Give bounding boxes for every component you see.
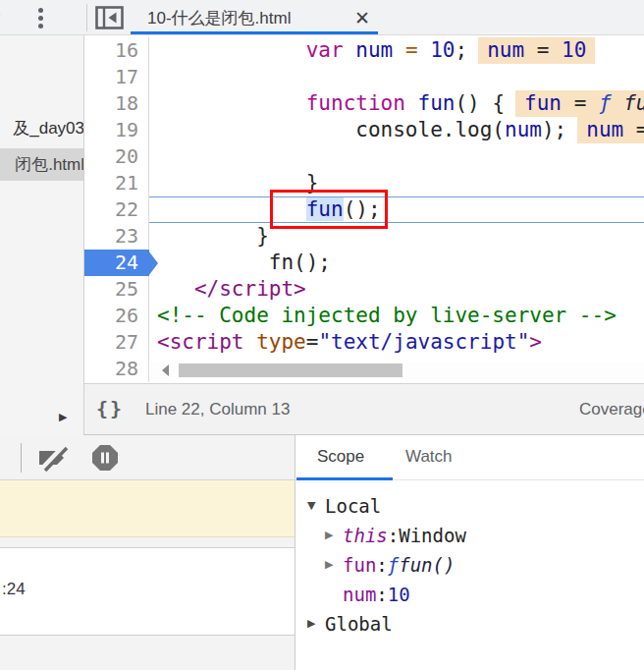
code-line-content[interactable]: <script type="text/javascript"> (149, 329, 644, 356)
source-tab-item[interactable]: 10-什么是闭包.html ✕ (131, 0, 378, 35)
file-navigator: 及_day03闭包.html ▶ (0, 35, 84, 435)
collapsed-arrow-icon[interactable]: ▶ (307, 609, 325, 639)
line-number[interactable]: 22 (84, 196, 149, 223)
file-tree-item[interactable]: 闭包.html (0, 148, 84, 181)
code-line: 22 fun(); (84, 196, 644, 223)
debugger-left-pane: :24 (0, 435, 295, 670)
expanded-arrow-icon[interactable]: ▼ (307, 491, 325, 521)
pretty-print-icon[interactable]: {} (96, 397, 124, 420)
scope-pane: ScopeWatch ▼Local▶this: Window▶fun: ƒ fu… (295, 435, 644, 670)
code-line: 20 (84, 143, 644, 170)
code-line: 27<script type="text/javascript"> (84, 329, 644, 356)
code-editor[interactable]: 16 var num = 10;num = 101718 function fu… (84, 35, 644, 383)
code-lines: 16 var num = 10;num = 101718 function fu… (84, 37, 644, 382)
scope-pane-tabs: ScopeWatch (295, 435, 644, 480)
code-line: 26<!-- Code injected by live-server --> (84, 303, 644, 329)
line-number[interactable]: 18 (84, 90, 149, 117)
collapsed-arrow-icon[interactable]: ▶ (325, 550, 343, 580)
breakpoint-entry[interactable]: :24 (2, 580, 26, 599)
hide-navigator-icon[interactable] (95, 6, 125, 29)
line-number[interactable]: 20 (84, 143, 149, 170)
active-tab-indicator (131, 31, 378, 34)
navigator-expand-icon[interactable]: ▶ (59, 411, 67, 423)
code-line-content[interactable]: } (149, 170, 644, 196)
code-line: 16 var num = 10;num = 10 (84, 37, 644, 64)
paused-message-area (0, 480, 295, 537)
pane-tab-scope[interactable]: Scope (317, 447, 364, 467)
debugger-area: :24 ScopeWatch ▼Local▶this: Window▶fun: … (0, 435, 644, 670)
scope-tree-item[interactable]: ▶fun: ƒ fun() (295, 550, 644, 580)
line-number[interactable]: 23 (84, 223, 149, 250)
scrollbar-left-arrow-icon[interactable] (162, 364, 169, 376)
editor-status-bar: {} Line 22, Column 13 Coverage (84, 383, 644, 435)
inline-value-hint: num = 10 (577, 117, 644, 143)
line-number[interactable]: 25 (84, 276, 149, 303)
line-number[interactable]: 16 (84, 37, 149, 64)
code-line-content[interactable]: </script> (149, 276, 644, 303)
code-line: 24 fn(); (84, 250, 644, 276)
line-number[interactable]: 27 (84, 329, 149, 356)
coverage-label: Coverage (579, 400, 644, 419)
tab-title: 10-什么是闭包.html (147, 7, 291, 29)
source-tab-bar: › 10-什么是闭包.html ✕ (0, 0, 644, 35)
horizontal-scrollbar (150, 363, 644, 379)
debugger-toolbar (0, 435, 295, 480)
more-options-icon[interactable] (35, 5, 45, 30)
collapsed-arrow-icon[interactable]: ▶ (325, 521, 343, 550)
code-line-content[interactable]: function fun() {fun = ƒ fun() (149, 90, 644, 117)
line-number[interactable]: 28 (84, 356, 149, 382)
red-annotation-box (270, 190, 388, 229)
breakpoint-marker[interactable]: 24 (84, 250, 149, 276)
scope-tree: ▼Local▶this: Window▶fun: ƒ fun()num: 10▶… (295, 491, 644, 639)
code-line-content[interactable]: <!-- Code injected by live-server --> (149, 303, 644, 329)
inline-value-hint: fun = ƒ fun() (515, 90, 644, 117)
code-line-content[interactable]: } (149, 223, 644, 250)
scope-tree-item[interactable]: ▶this: Window (295, 521, 644, 550)
file-tree-item[interactable]: 及_day03 (0, 112, 84, 144)
code-line-content[interactable]: fn(); (149, 250, 644, 276)
scope-tree-item[interactable]: ▶Global (295, 609, 644, 639)
code-line: 18 function fun() {fun = ƒ fun() (84, 90, 644, 117)
code-line-content[interactable]: var num = 10;num = 10 (149, 37, 644, 64)
toolbar-divider (86, 4, 87, 31)
code-line-content[interactable]: fun(); (149, 196, 644, 223)
tab-close-icon[interactable]: ✕ (354, 7, 370, 29)
collapsed-panel-chevron-icon: › (0, 4, 1, 24)
deactivate-breakpoints-icon[interactable] (35, 443, 71, 473)
cursor-position-label: Line 22, Column 13 (145, 400, 290, 419)
code-line: 25 </script> (84, 276, 644, 303)
code-line-content[interactable] (149, 64, 644, 90)
code-line: 19 console.log(num);num = 10 (84, 117, 644, 143)
pause-on-exceptions-icon[interactable] (90, 443, 120, 473)
inline-value-hint: num = 10 (478, 37, 595, 64)
code-line-content[interactable]: console.log(num);num = 10 (149, 117, 644, 143)
expander-spacer (325, 580, 343, 609)
toolbar-divider (21, 443, 22, 473)
line-number[interactable]: 17 (84, 64, 149, 90)
pane-tab-watch[interactable]: Watch (405, 447, 453, 467)
code-line-content[interactable] (149, 143, 644, 170)
line-number[interactable]: 26 (84, 303, 149, 329)
scope-tree-item[interactable]: ▼Local (295, 491, 644, 521)
line-number[interactable]: 19 (84, 117, 149, 143)
scope-tree-item[interactable]: num: 10 (295, 580, 644, 609)
scrollbar-thumb[interactable] (179, 363, 402, 377)
breakpoints-list: :24 (0, 547, 295, 636)
code-line: 17 (84, 64, 644, 90)
line-number[interactable]: 21 (84, 170, 149, 196)
active-pane-tab-indicator (296, 477, 393, 480)
